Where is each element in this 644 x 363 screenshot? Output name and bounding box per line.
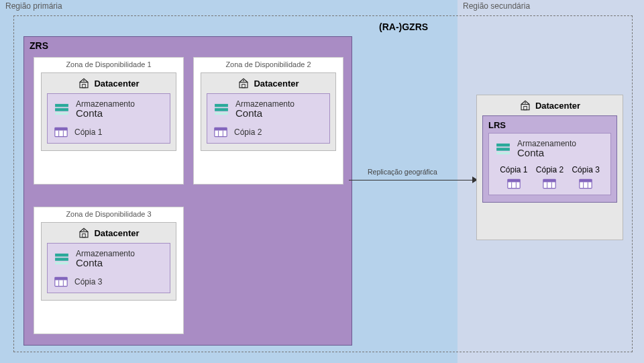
- datacenter-title: Datacenter: [94, 228, 139, 238]
- lrs-box: LRS Armazenamento Conta Cópia 1 Cópia 2 …: [482, 115, 617, 203]
- region-secondary-label: Região secundária: [463, 1, 530, 11]
- storage-account-box: Armazenamento Conta Cópia 2: [207, 93, 330, 144]
- availability-zone-1: Zona de Disponibilidade 1 Datacenter Arm…: [34, 57, 184, 185]
- secondary-datacenter-box: Datacenter LRS Armazenamento Conta Cópia…: [476, 95, 623, 240]
- account-label: Conta: [76, 257, 135, 268]
- gzrs-label: (RA-)GZRS: [379, 21, 428, 32]
- datacenter-icon: [78, 227, 90, 239]
- storage-icon: [496, 143, 511, 155]
- copy-label: Cópia 1: [500, 165, 527, 174]
- copy-label: Cópia 2: [536, 165, 564, 174]
- az-label: Zona de Disponibilidade 3: [34, 207, 183, 222]
- datacenter-icon: [519, 99, 531, 111]
- copy-label: Cópia 1: [74, 127, 102, 137]
- account-label: Conta: [517, 147, 576, 158]
- region-primary-label: Região primária: [5, 1, 62, 11]
- copy-icon: [54, 127, 68, 138]
- copy-label: Cópia 2: [234, 127, 262, 137]
- availability-zone-2: Zona de Disponibilidade 2 Datacenter Arm…: [193, 57, 343, 185]
- storage-icon: [54, 103, 69, 115]
- datacenter-icon: [237, 77, 250, 89]
- copy-icon: [54, 276, 68, 287]
- storage-icon: [214, 103, 229, 115]
- datacenter-icon: [78, 77, 90, 89]
- copy-label: Cópia 3: [74, 277, 102, 287]
- geo-replication-label: Replicação geográfica: [368, 168, 437, 176]
- geo-replication-arrow: [349, 180, 475, 180]
- availability-zone-3: Zona de Disponibilidade 3 Datacenter Arm…: [34, 207, 184, 334]
- diagram-canvas: Região primária Região secundária (RA-)G…: [0, 0, 644, 363]
- datacenter-title: Datacenter: [535, 101, 580, 111]
- storage-account-box: Armazenamento Conta Cópia 1 Cópia 2 Cópi…: [488, 133, 611, 195]
- zrs-label: ZRS: [30, 40, 48, 51]
- copies-labels-row: Cópia 1 Cópia 2 Cópia 3: [496, 165, 604, 174]
- datacenter-title: Datacenter: [94, 79, 139, 89]
- copy-icon: [507, 178, 521, 189]
- account-label: Conta: [76, 107, 135, 119]
- storage-icon: [54, 253, 69, 265]
- copy-icon: [214, 127, 227, 138]
- datacenter-box: Datacenter Armazenamento Conta Có: [41, 72, 176, 151]
- copy-label: Cópia 3: [572, 165, 599, 174]
- az-label: Zona de Disponibilidade 1: [34, 58, 183, 72]
- copies-icons-row: [496, 178, 604, 189]
- copy-icon: [543, 178, 556, 189]
- datacenter-title: Datacenter: [254, 79, 299, 89]
- storage-account-box: Armazenamento Conta Cópia 3: [47, 243, 170, 293]
- az-label: Zona de Disponibilidade 2: [194, 58, 343, 72]
- account-label: Conta: [235, 107, 294, 119]
- copy-icon: [579, 178, 592, 189]
- datacenter-box: Datacenter Armazenamento Conta Có: [41, 222, 176, 301]
- lrs-label: LRS: [488, 120, 611, 133]
- datacenter-box: Datacenter Armazenamento Conta Có: [201, 72, 336, 151]
- zrs-box: ZRS Zona de Disponibilidade 1 Datacenter…: [23, 36, 352, 346]
- storage-account-box: Armazenamento Conta Cópia 1: [47, 93, 170, 144]
